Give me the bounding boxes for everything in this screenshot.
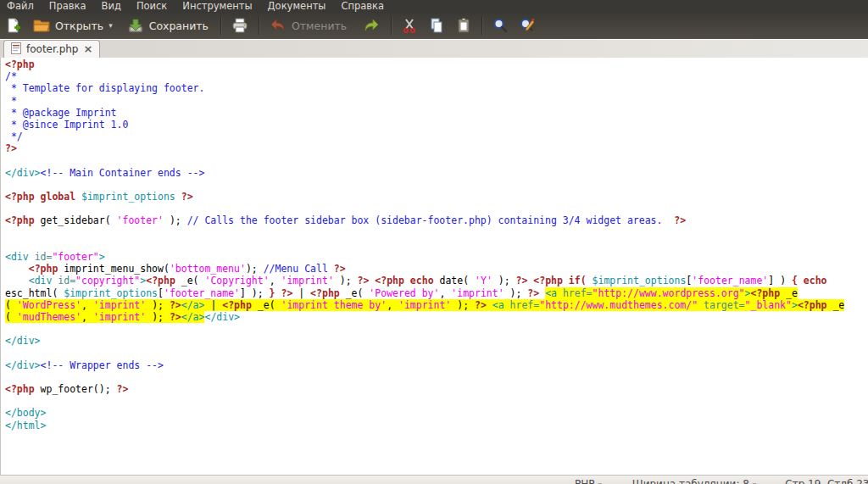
code-line: <div id="footer"> <box>5 251 868 263</box>
save-icon <box>126 17 145 34</box>
menu-item[interactable]: Вид <box>94 0 129 13</box>
toolbar-separator <box>220 16 221 35</box>
code-area: <?php/* * Template for displaying footer… <box>1 58 868 431</box>
search-icon <box>492 17 509 34</box>
status-bar: PHP ▾ Ширина табуляции: 8 ▾ Стр 19, Стлб… <box>0 475 868 484</box>
code-line: </div><!-- Wrapper ends --> <box>5 359 868 371</box>
tab-bar: footer.php × <box>0 40 868 58</box>
undo-icon <box>269 17 287 34</box>
code-line <box>5 203 868 214</box>
tab-width-selector[interactable]: Ширина табуляции: 8 ▾ <box>632 478 756 484</box>
redo-button[interactable] <box>357 14 386 36</box>
code-line: <?php <box>5 58 868 70</box>
chevron-down-icon: ▾ <box>598 481 602 484</box>
menu-item[interactable]: Инструменты <box>175 0 259 13</box>
file-icon <box>11 42 21 58</box>
undo-button[interactable]: Отменить <box>264 14 352 36</box>
code-line <box>5 155 868 167</box>
code-line: ( 'WordPress', 'imprint' ); ?></a> | <?p… <box>5 299 868 311</box>
toolbar-separator <box>481 16 482 35</box>
code-line: * Template for displaying footer. <box>5 82 868 94</box>
menu-item[interactable]: Документы <box>260 0 334 13</box>
code-line: <?php wp_footer(); ?> <box>5 383 868 395</box>
code-line: </body> <box>5 407 868 419</box>
menu-item[interactable]: Справка <box>333 0 392 13</box>
code-line <box>5 179 868 191</box>
menu-item[interactable]: Файл <box>0 0 42 13</box>
find-replace-icon <box>519 17 537 34</box>
paste-button[interactable] <box>450 14 477 36</box>
new-document-icon <box>5 17 22 34</box>
tab-footer-php[interactable]: footer.php × <box>3 40 100 58</box>
tab-title: footer.php <box>26 43 78 55</box>
code-line: ( 'mudThemes', 'imprint' ); ?></a></div> <box>5 311 868 323</box>
toolbar-separator <box>259 16 259 35</box>
code-line: ?> <box>5 142 868 154</box>
code-line: <div id="copyright"><?php _e( 'Copyright… <box>5 275 868 287</box>
code-line <box>5 227 868 239</box>
code-line <box>5 395 868 407</box>
code-line <box>5 323 868 335</box>
code-line: <?php get_sidebar( 'footer' ); // Calls … <box>5 214 868 226</box>
open-button[interactable]: Открыть <box>27 14 108 36</box>
gedit-window: ФайлПравкаВидПоискИнструментыДокументыСп… <box>0 0 868 484</box>
copy-icon <box>428 17 445 34</box>
code-line: </div> <box>5 335 868 347</box>
code-line <box>5 371 868 383</box>
text-editor-area[interactable]: <?php/* * Template for displaying footer… <box>0 58 868 475</box>
code-line: </div><!-- Main Container ends --> <box>5 167 868 179</box>
code-line: * @package Imprint <box>5 107 868 119</box>
save-button-label: Сохранить <box>149 19 209 32</box>
toolbar: Открыть ▾ Сохранить Отменить <box>0 13 868 39</box>
toolbar-separator <box>391 16 392 35</box>
code-line: </html> <box>5 420 868 431</box>
print-button[interactable] <box>225 14 254 36</box>
close-icon[interactable]: × <box>83 44 92 54</box>
code-line: <?php imprint_menu_show('bottom_menu'); … <box>5 263 868 275</box>
redo-icon <box>362 17 381 34</box>
menu-item[interactable]: Поиск <box>129 0 175 13</box>
code-line <box>5 239 868 251</box>
menu-bar: ФайлПравкаВидПоискИнструментыДокументыСп… <box>0 0 868 13</box>
open-button-label: Открыть <box>55 19 103 32</box>
cut-button[interactable] <box>396 14 423 36</box>
language-selector[interactable]: PHP ▾ <box>575 478 602 484</box>
code-line: <?php global $imprint_options ?> <box>5 191 868 203</box>
code-line: */ <box>5 131 868 142</box>
print-icon <box>231 17 249 34</box>
open-dropdown-button[interactable]: ▾ <box>108 19 116 32</box>
open-folder-icon <box>32 17 51 34</box>
code-line: /* <box>5 70 868 82</box>
menu-item[interactable]: Правка <box>42 0 94 13</box>
cursor-position: Стр 19, Стлб 234 <box>785 478 868 484</box>
new-document-button[interactable] <box>0 14 27 36</box>
code-line: * <box>5 95 868 107</box>
code-line: esc_html( $imprint_options['footer_name'… <box>5 287 868 299</box>
undo-button-label: Отменить <box>292 19 347 32</box>
copy-button[interactable] <box>423 14 450 36</box>
find-replace-button[interactable] <box>514 14 542 36</box>
cut-icon <box>401 17 418 34</box>
save-button[interactable]: Сохранить <box>121 14 214 36</box>
code-line <box>5 348 868 359</box>
search-button[interactable] <box>487 14 514 36</box>
code-line: * @since Imprint 1.0 <box>5 119 868 131</box>
paste-icon <box>455 17 472 34</box>
chevron-down-icon: ▾ <box>753 481 757 484</box>
